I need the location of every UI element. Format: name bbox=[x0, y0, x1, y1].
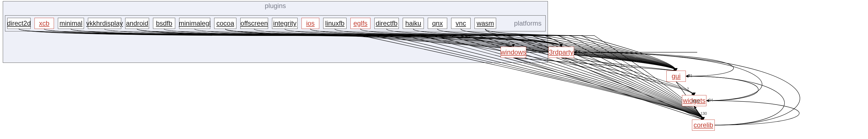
node-integrity[interactable]: integrity bbox=[272, 18, 298, 29]
node-label: offscreen bbox=[241, 20, 268, 27]
edge-3rdparty-to-gui bbox=[561, 58, 676, 71]
node-corelib[interactable]: corelib bbox=[692, 119, 715, 131]
node-label: vkkhrdisplay bbox=[86, 20, 123, 27]
node-label: vnc bbox=[456, 20, 466, 27]
node-label: eglfs bbox=[353, 20, 368, 27]
edge-label-gui-widgets: 2 bbox=[687, 87, 689, 91]
node-bsdfb[interactable]: bsdfb bbox=[153, 18, 175, 29]
node-android[interactable]: android bbox=[125, 18, 149, 29]
node-xcb[interactable]: xcb bbox=[34, 18, 54, 29]
cluster-plugins-title: plugins bbox=[265, 2, 286, 10]
cluster-plugins: plugins bbox=[3, 1, 548, 63]
node-label: qnx bbox=[432, 20, 443, 27]
node-gui[interactable]: gui bbox=[666, 71, 686, 82]
node-label: cocoa bbox=[216, 20, 234, 27]
node-label: wasm bbox=[477, 20, 494, 27]
edge-label-corelib-gui: 5 bbox=[688, 73, 690, 78]
edge-label-gui-3rdparty: 8 bbox=[576, 49, 579, 54]
node-label: corelib bbox=[693, 121, 713, 129]
node-minimalegl[interactable]: minimalegl bbox=[179, 18, 210, 29]
node-linuxfb[interactable]: linuxfb bbox=[323, 18, 346, 29]
edge-label-windows-3rdparty: 36 bbox=[576, 49, 581, 54]
node-cocoa[interactable]: cocoa bbox=[214, 18, 237, 29]
node-vnc[interactable]: vnc bbox=[451, 18, 471, 29]
edge-corelib-to-3rdparty bbox=[574, 52, 800, 125]
node-label: ios bbox=[306, 20, 315, 27]
node-label: minimalegl bbox=[179, 20, 211, 27]
edge-3rdparty-to-corelib bbox=[561, 58, 703, 119]
node-label: haiku bbox=[405, 20, 421, 27]
node-label: linuxfb bbox=[325, 20, 344, 27]
node-ios[interactable]: ios bbox=[302, 18, 319, 29]
node-label: xcb bbox=[39, 20, 49, 27]
node-direct2d[interactable]: direct2d bbox=[7, 18, 31, 29]
node-eglfs[interactable]: eglfs bbox=[350, 18, 370, 29]
node-wasm[interactable]: wasm bbox=[474, 18, 496, 29]
node-label: 3rdparty bbox=[549, 48, 574, 56]
node-label: windows bbox=[501, 48, 526, 56]
edge-widgets-to-corelib bbox=[694, 106, 703, 119]
edge-label-widgets-corelib: 130 bbox=[701, 111, 707, 116]
node-label: integrity bbox=[273, 20, 297, 27]
node-minimal[interactable]: minimal bbox=[58, 18, 84, 29]
node-label: directfb bbox=[376, 20, 398, 27]
node-vkkhrdisplay[interactable]: vkkhrdisplay bbox=[88, 18, 121, 29]
node-widgets[interactable]: widgets bbox=[682, 95, 706, 106]
node-label: android bbox=[126, 20, 148, 27]
node-offscreen[interactable]: offscreen bbox=[240, 18, 268, 29]
node-label: direct2d bbox=[7, 20, 31, 27]
node-haiku[interactable]: haiku bbox=[403, 18, 424, 29]
node-windows[interactable]: windows bbox=[501, 47, 526, 58]
edge-gui-to-widgets bbox=[676, 82, 694, 95]
edge-corelib-to-widgets bbox=[706, 101, 799, 125]
node-qnx[interactable]: qnx bbox=[428, 18, 447, 29]
edge-label-corelib-widgets: 34 bbox=[709, 98, 713, 102]
node-3rdparty[interactable]: 3rdparty bbox=[549, 47, 574, 58]
edge-label-widgets-gui: 21 bbox=[688, 73, 692, 78]
edge-label-3rdparty-gui: 1 bbox=[620, 63, 623, 67]
node-label: minimal bbox=[60, 20, 83, 27]
cluster-platforms-title: platforms bbox=[514, 20, 541, 27]
node-directfb[interactable]: directfb bbox=[374, 18, 399, 29]
node-label: bsdfb bbox=[156, 20, 173, 27]
edge-windows-to-corelib bbox=[514, 58, 703, 119]
node-label: widgets bbox=[683, 97, 705, 105]
node-label: gui bbox=[672, 72, 681, 80]
edge-gui-to-3rdparty bbox=[574, 52, 734, 76]
